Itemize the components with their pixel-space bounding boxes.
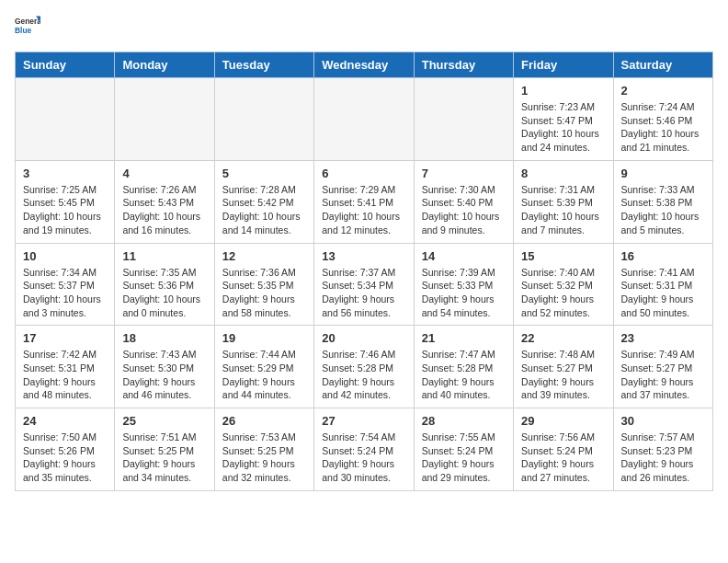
calendar-table: SundayMondayTuesdayWednesdayThursdayFrid… xyxy=(15,52,713,491)
day-number: 5 xyxy=(222,167,306,180)
calendar-cell: 6Sunrise: 7:29 AM Sunset: 5:41 PM Daylig… xyxy=(314,160,414,243)
calendar-cell: 7Sunrise: 7:30 AM Sunset: 5:40 PM Daylig… xyxy=(414,160,513,243)
day-number: 28 xyxy=(422,414,506,428)
calendar-cell: 11Sunrise: 7:35 AM Sunset: 5:36 PM Dayli… xyxy=(115,243,214,326)
day-number: 19 xyxy=(222,331,306,345)
day-detail: Sunrise: 7:43 AM Sunset: 5:30 PM Dayligh… xyxy=(122,348,206,402)
calendar-cell: 8Sunrise: 7:31 AM Sunset: 5:39 PM Daylig… xyxy=(514,160,613,243)
calendar-cell: 28Sunrise: 7:55 AM Sunset: 5:24 PM Dayli… xyxy=(414,408,513,491)
day-number: 10 xyxy=(23,249,107,263)
calendar-cell: 26Sunrise: 7:53 AM Sunset: 5:25 PM Dayli… xyxy=(214,408,313,491)
week-row-4: 17Sunrise: 7:42 AM Sunset: 5:31 PM Dayli… xyxy=(16,326,713,408)
day-number: 26 xyxy=(222,414,306,428)
calendar-cell: 29Sunrise: 7:56 AM Sunset: 5:24 PM Dayli… xyxy=(514,408,613,491)
calendar-cell: 23Sunrise: 7:49 AM Sunset: 5:27 PM Dayli… xyxy=(613,326,712,408)
calendar-cell: 1Sunrise: 7:23 AM Sunset: 5:47 PM Daylig… xyxy=(514,78,613,161)
day-number: 3 xyxy=(23,167,107,180)
day-detail: Sunrise: 7:29 AM Sunset: 5:41 PM Dayligh… xyxy=(322,183,405,237)
day-number: 7 xyxy=(422,167,506,180)
day-number: 25 xyxy=(122,414,206,428)
day-number: 20 xyxy=(322,331,405,345)
day-detail: Sunrise: 7:42 AM Sunset: 5:31 PM Dayligh… xyxy=(23,348,107,402)
day-detail: Sunrise: 7:30 AM Sunset: 5:40 PM Dayligh… xyxy=(422,183,506,237)
day-detail: Sunrise: 7:44 AM Sunset: 5:29 PM Dayligh… xyxy=(222,348,306,402)
day-detail: Sunrise: 7:57 AM Sunset: 5:23 PM Dayligh… xyxy=(621,431,705,485)
logo: GeneralBlue xyxy=(15,15,40,40)
svg-text:Blue: Blue xyxy=(15,26,31,35)
calendar-cell xyxy=(314,78,414,161)
day-detail: Sunrise: 7:31 AM Sunset: 5:39 PM Dayligh… xyxy=(521,183,605,237)
day-detail: Sunrise: 7:41 AM Sunset: 5:31 PM Dayligh… xyxy=(621,266,705,320)
calendar-cell: 16Sunrise: 7:41 AM Sunset: 5:31 PM Dayli… xyxy=(613,243,712,326)
calendar-cell: 5Sunrise: 7:28 AM Sunset: 5:42 PM Daylig… xyxy=(214,160,313,243)
day-detail: Sunrise: 7:36 AM Sunset: 5:35 PM Dayligh… xyxy=(222,266,306,320)
day-number: 4 xyxy=(122,167,206,180)
day-detail: Sunrise: 7:39 AM Sunset: 5:33 PM Dayligh… xyxy=(422,266,506,320)
day-detail: Sunrise: 7:53 AM Sunset: 5:25 PM Dayligh… xyxy=(222,431,306,485)
calendar-cell: 25Sunrise: 7:51 AM Sunset: 5:25 PM Dayli… xyxy=(115,408,214,491)
header-day-wednesday: Wednesday xyxy=(314,52,414,78)
day-detail: Sunrise: 7:35 AM Sunset: 5:36 PM Dayligh… xyxy=(122,266,206,320)
week-row-2: 3Sunrise: 7:25 AM Sunset: 5:45 PM Daylig… xyxy=(16,160,713,243)
header-day-friday: Friday xyxy=(514,52,613,78)
day-detail: Sunrise: 7:48 AM Sunset: 5:27 PM Dayligh… xyxy=(521,348,605,402)
calendar-cell: 19Sunrise: 7:44 AM Sunset: 5:29 PM Dayli… xyxy=(214,326,313,408)
day-detail: Sunrise: 7:24 AM Sunset: 5:46 PM Dayligh… xyxy=(621,100,705,155)
day-detail: Sunrise: 7:34 AM Sunset: 5:37 PM Dayligh… xyxy=(23,266,107,320)
calendar-cell xyxy=(16,78,115,161)
day-number: 14 xyxy=(422,249,506,263)
calendar-cell: 27Sunrise: 7:54 AM Sunset: 5:24 PM Dayli… xyxy=(314,408,414,491)
calendar-cell: 13Sunrise: 7:37 AM Sunset: 5:34 PM Dayli… xyxy=(314,243,414,326)
day-detail: Sunrise: 7:46 AM Sunset: 5:28 PM Dayligh… xyxy=(322,348,405,402)
header-day-thursday: Thursday xyxy=(414,52,513,78)
header: GeneralBlue xyxy=(15,15,713,40)
calendar-cell: 21Sunrise: 7:47 AM Sunset: 5:28 PM Dayli… xyxy=(414,326,513,408)
week-row-1: 1Sunrise: 7:23 AM Sunset: 5:47 PM Daylig… xyxy=(16,78,713,161)
day-number: 16 xyxy=(621,249,705,263)
day-detail: Sunrise: 7:56 AM Sunset: 5:24 PM Dayligh… xyxy=(521,431,605,485)
day-detail: Sunrise: 7:50 AM Sunset: 5:26 PM Dayligh… xyxy=(23,431,107,485)
day-number: 13 xyxy=(322,249,405,263)
day-number: 27 xyxy=(322,414,405,428)
logo-icon: GeneralBlue xyxy=(15,15,40,40)
day-number: 17 xyxy=(23,331,107,345)
calendar-cell: 15Sunrise: 7:40 AM Sunset: 5:32 PM Dayli… xyxy=(514,243,613,326)
day-number: 30 xyxy=(621,414,705,428)
day-detail: Sunrise: 7:28 AM Sunset: 5:42 PM Dayligh… xyxy=(222,183,306,237)
calendar-cell xyxy=(115,78,214,161)
day-number: 11 xyxy=(122,249,206,263)
day-number: 15 xyxy=(521,249,605,263)
header-day-tuesday: Tuesday xyxy=(214,52,313,78)
calendar-cell: 2Sunrise: 7:24 AM Sunset: 5:46 PM Daylig… xyxy=(613,78,712,161)
day-detail: Sunrise: 7:55 AM Sunset: 5:24 PM Dayligh… xyxy=(422,431,506,485)
day-number: 8 xyxy=(521,167,605,180)
day-number: 2 xyxy=(621,84,705,98)
day-number: 9 xyxy=(621,167,705,180)
day-detail: Sunrise: 7:47 AM Sunset: 5:28 PM Dayligh… xyxy=(422,348,506,402)
day-detail: Sunrise: 7:49 AM Sunset: 5:27 PM Dayligh… xyxy=(621,348,705,402)
day-number: 24 xyxy=(23,414,107,428)
calendar-cell: 24Sunrise: 7:50 AM Sunset: 5:26 PM Dayli… xyxy=(16,408,115,491)
calendar-cell: 4Sunrise: 7:26 AM Sunset: 5:43 PM Daylig… xyxy=(115,160,214,243)
calendar-cell xyxy=(214,78,313,161)
calendar-cell: 3Sunrise: 7:25 AM Sunset: 5:45 PM Daylig… xyxy=(16,160,115,243)
day-number: 29 xyxy=(521,414,605,428)
day-number: 18 xyxy=(122,331,206,345)
day-detail: Sunrise: 7:23 AM Sunset: 5:47 PM Dayligh… xyxy=(521,100,605,155)
day-number: 22 xyxy=(521,331,605,345)
svg-text:General: General xyxy=(15,17,40,26)
day-number: 1 xyxy=(521,84,605,98)
calendar-cell: 12Sunrise: 7:36 AM Sunset: 5:35 PM Dayli… xyxy=(214,243,313,326)
calendar-cell: 10Sunrise: 7:34 AM Sunset: 5:37 PM Dayli… xyxy=(16,243,115,326)
day-detail: Sunrise: 7:40 AM Sunset: 5:32 PM Dayligh… xyxy=(521,266,605,320)
calendar-cell: 18Sunrise: 7:43 AM Sunset: 5:30 PM Dayli… xyxy=(115,326,214,408)
week-row-5: 24Sunrise: 7:50 AM Sunset: 5:26 PM Dayli… xyxy=(16,408,713,491)
day-number: 21 xyxy=(422,331,506,345)
calendar-cell: 22Sunrise: 7:48 AM Sunset: 5:27 PM Dayli… xyxy=(514,326,613,408)
day-detail: Sunrise: 7:25 AM Sunset: 5:45 PM Dayligh… xyxy=(23,183,107,237)
calendar-header-row: SundayMondayTuesdayWednesdayThursdayFrid… xyxy=(16,52,713,78)
calendar-cell xyxy=(414,78,513,161)
day-number: 23 xyxy=(621,331,705,345)
day-detail: Sunrise: 7:37 AM Sunset: 5:34 PM Dayligh… xyxy=(322,266,405,320)
day-detail: Sunrise: 7:54 AM Sunset: 5:24 PM Dayligh… xyxy=(322,431,405,485)
